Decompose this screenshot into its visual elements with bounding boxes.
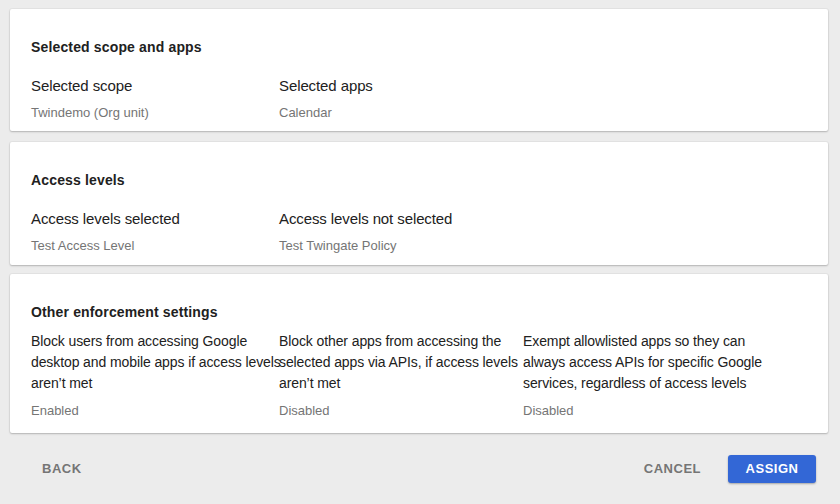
field-label: Selected apps	[279, 76, 807, 95]
setting-description: Block users from accessing Google deskto…	[31, 331, 279, 394]
assign-confirmation-page: Selected scope and apps Selected scope T…	[0, 0, 840, 504]
card-title: Selected scope and apps	[31, 9, 807, 55]
access-levels-card: Access levels Access levels selected Tes…	[10, 142, 828, 265]
assign-button[interactable]: ASSIGN	[728, 455, 816, 483]
field-columns: Block users from accessing Google deskto…	[31, 331, 807, 419]
field-columns: Access levels selected Test Access Level…	[31, 209, 807, 254]
block-other-apps-setting: Block other apps from accessing the sele…	[279, 331, 523, 419]
selected-apps-field: Selected apps Calendar	[279, 76, 807, 121]
setting-status: Enabled	[31, 403, 279, 419]
selected-scope-field: Selected scope Twindemo (Org unit)	[31, 76, 279, 121]
other-enforcement-settings-card: Other enforcement settings Block users f…	[10, 274, 828, 433]
setting-description: Block other apps from accessing the sele…	[279, 331, 523, 394]
footer-right-actions: CANCEL ASSIGN	[636, 455, 816, 483]
cancel-button[interactable]: CANCEL	[636, 455, 709, 482]
field-value: Test Access Level	[31, 238, 279, 254]
field-value: Test Twingate Policy	[279, 238, 807, 254]
field-columns: Selected scope Twindemo (Org unit) Selec…	[31, 76, 807, 121]
setting-status: Disabled	[523, 403, 807, 419]
back-button[interactable]: BACK	[42, 455, 82, 482]
field-label: Access levels selected	[31, 209, 279, 228]
card-title: Other enforcement settings	[31, 274, 807, 320]
access-levels-not-selected-field: Access levels not selected Test Twingate…	[279, 209, 807, 254]
setting-description: Exempt allowlisted apps so they can alwa…	[523, 331, 807, 394]
block-google-apps-setting: Block users from accessing Google deskto…	[31, 331, 279, 419]
exempt-allowlisted-apps-setting: Exempt allowlisted apps so they can alwa…	[523, 331, 807, 419]
field-label: Access levels not selected	[279, 209, 807, 228]
field-value: Calendar	[279, 105, 807, 121]
field-value: Twindemo (Org unit)	[31, 105, 279, 121]
selected-scope-and-apps-card: Selected scope and apps Selected scope T…	[10, 9, 828, 131]
setting-status: Disabled	[279, 403, 523, 419]
access-levels-selected-field: Access levels selected Test Access Level	[31, 209, 279, 254]
footer-action-bar: BACK CANCEL ASSIGN	[10, 433, 828, 504]
field-label: Selected scope	[31, 76, 279, 95]
card-title: Access levels	[31, 142, 807, 188]
